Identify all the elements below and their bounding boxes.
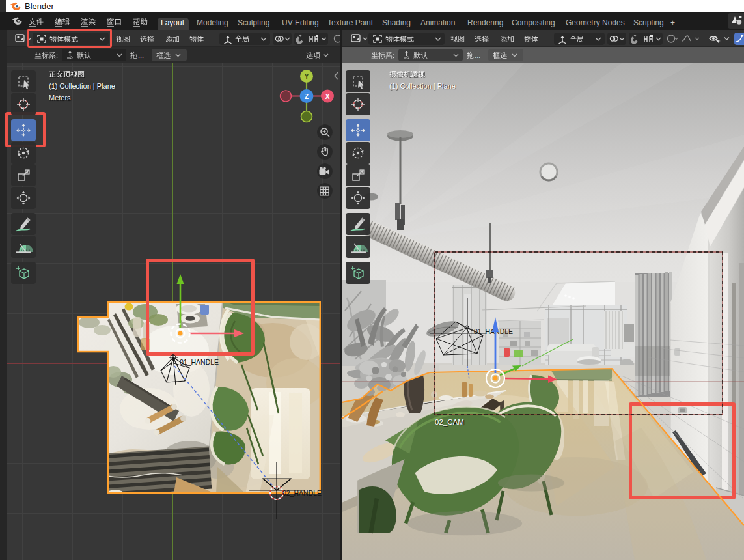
svg-text:X: X (325, 93, 330, 100)
svg-text:02_HANDLE: 02_HANDLE (282, 489, 322, 497)
svg-text:Z: Z (305, 93, 309, 100)
svg-text:Y: Y (305, 73, 309, 80)
svg-text:01_HANDLE: 01_HANDLE (180, 358, 219, 366)
svg-text:02_CAM: 02_CAM (435, 418, 464, 426)
